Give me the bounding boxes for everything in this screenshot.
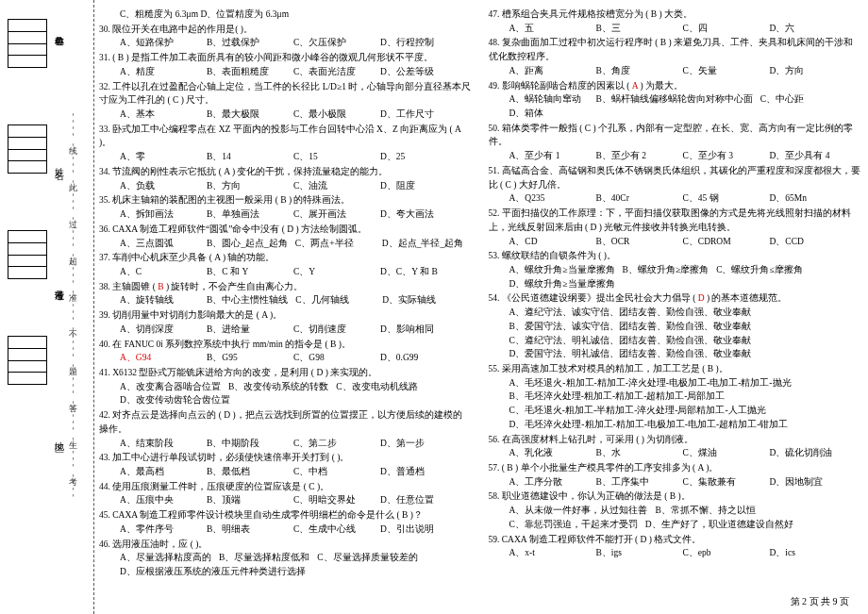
option: D、六 (770, 22, 857, 36)
question-options: A、Q235B、40CrC、45 钢D、65Mn (489, 191, 861, 206)
option: A、至少有 1 (509, 149, 596, 163)
option: C、epb (683, 546, 770, 560)
question-item: 40. 在 FANUC 0i 系列数控系统中执行 mm/min 的指令是 ( B… (99, 338, 472, 365)
option: C、中档 (293, 465, 380, 479)
option: D、C、Y 和 B (380, 265, 467, 279)
question-item: 46. 选用液压油时，应 ( )。A、尽量选择粘度高的B、尽量选择粘度低和C、尽… (99, 538, 472, 579)
question-options: A、负载B、方向C、油流D、阻度 (99, 179, 472, 193)
question-item: 34. 节流阀的刚性表示它抵抗 ( A ) 变化的干扰，保持流量稳定的能力。A、… (99, 165, 472, 192)
question-item: 33. 卧式加工中心编程零点在 XZ 平面内的投影与工作台回转中心沿 X、Z 向… (99, 123, 472, 164)
question-stem: 32. 工件以孔在过盈配合心轴上定位，当工件的长径比 L/D≥1 时，心轴导向部… (99, 80, 472, 108)
option: B、方向 (207, 179, 293, 193)
option: B、爱国守法、诚实守信、团结友善、勤俭自强、敬业奉献 (509, 320, 759, 334)
option: A、压痕中央 (120, 493, 207, 507)
option: A、改变离合器啮合位置 (120, 380, 228, 394)
question-options: A、五B、三C、四D、六 (489, 22, 861, 36)
option: D、公差等级 (380, 65, 467, 79)
side-box (8, 19, 47, 68)
question-stem: 49. 影响蜗轮副啮合精度的因素以 ( A ) 为最大。 (489, 79, 861, 93)
option: B、改变传动系统的转数 (228, 380, 336, 394)
option: A、精度 (120, 65, 207, 79)
option: D、引出说明 (380, 523, 467, 537)
question-options: A、螺纹升角≥当量摩擦角B、螺纹升角≥摩擦角C、螺纹升角≤摩擦角D、螺纹升角≥当… (489, 263, 861, 290)
option: B、最低档 (207, 465, 293, 479)
question-stem: 52. 平面扫描仪的工作原理：下，平面扫描仪获取图像的方式是先将光线照射扫描的材… (489, 207, 861, 234)
question-options: A、改变离合器啮合位置B、改变传动系统的转数C、改变电动机线路D、改变传动齿轮合… (99, 380, 472, 407)
side-info-boxes (8, 19, 51, 385)
option: D、第一步 (380, 437, 467, 451)
question-item: 57. ( B ) 单个小批量生产模具零件的工序安排多为 ( A )。A、工序分… (489, 461, 861, 489)
option: D、0.G99 (380, 351, 467, 365)
question-options: A、毛坯退火-粗加工-精加工-淬火处理-电极加工-电加工-精加工-抛光B、毛坯淬… (489, 376, 861, 432)
option: C、螺纹升角≤摩擦角 (716, 263, 810, 277)
question-item: 55. 采用高速加工技术对模具的精加工，加工工艺是 ( B )。A、毛坯退火-粗… (489, 362, 861, 432)
question-item: 37. 车削中心机床至少具备 ( A ) 轴的功能。A、CB、C 和 YC、YD… (99, 251, 472, 278)
question-stem: 42. 对齐点云是选择向点云的 ( D )，把点云选找到所置的位置摆正，以方便后… (99, 408, 472, 436)
option: B、中心主惯性轴线 (207, 293, 295, 307)
option: C、中心距 (760, 92, 847, 107)
question-item: 58. 职业道德建设中，你认为正确的做法是 ( B )。A、从未做一件好事，从过… (489, 490, 861, 531)
option: B、至少有 2 (596, 149, 683, 163)
question-options: A、精度B、表面粗糙度C、表面光洁度D、公差等级 (99, 65, 472, 79)
question-stem: 59. CAXA 制造工程师软件不能打开 ( D ) 格式文件。 (489, 533, 861, 547)
option: B、14 (207, 150, 293, 164)
option: A、Q235 (509, 191, 596, 206)
option: D、箱体 (509, 107, 596, 121)
question-item: 45. CAXA 制造工程师零件设计模块里自动生成零件明细栏的命令是什么 ( B… (99, 508, 472, 536)
question-stem: 47. 槽系组合夹具元件规格按槽宽分为 ( B ) 大类。 (489, 8, 861, 22)
option: B、蜗杆轴线偏移蜗轮齿向对称中心面 (596, 92, 760, 107)
option: D、65Mn (770, 191, 857, 206)
option: A、蜗轮轴向窜动 (509, 92, 596, 107)
option: A、乳化液 (509, 446, 596, 460)
question-stem: 56. 在高强度材料上钻孔时，可采用 ( ) 为切削液。 (489, 433, 861, 447)
question-stem: 46. 选用液压油时，应 ( )。 (99, 538, 472, 552)
option: C、明暗交界处 (293, 493, 380, 507)
option: C、几何轴线 (295, 293, 382, 307)
question-options: A、旋转轴线B、中心主惯性轴线C、几何轴线D、实际轴线 (99, 293, 472, 307)
question-item: 30. 限位开关在电路中起的作用是( )。A、短路保护B、过载保护C、欠压保护D… (99, 23, 472, 50)
option: A、短路保护 (120, 36, 207, 50)
option: A、负载 (120, 179, 207, 193)
option: C、最小极限 (293, 108, 380, 122)
question-options: A、至少有 1B、至少有 2C、至少有 3D、至少具有 4 (489, 149, 861, 163)
question-item: 41. X6132 型卧式万能铣床进给方向的改变，是利用 ( D ) 来实现的。… (99, 366, 472, 407)
option: D、任意位置 (380, 493, 467, 507)
question-options: A、压痕中央B、顶端C、明暗交界处D、任意位置 (99, 493, 472, 507)
option: A、五 (509, 22, 596, 36)
option: B、40Cr (596, 191, 683, 206)
option: C、靠惩罚强迫，干起来才受罚 (509, 518, 645, 532)
option: D、毛坯淬火处理-粗加工-精加工-电极加工-电加工-超精加工-钳加工 (509, 418, 796, 432)
question-stem: 35. 机床主轴箱的装配图的主视图一般采用 ( B ) 的特殊画法。 (99, 193, 472, 207)
option: C、两点+半径 (295, 237, 382, 251)
option: C、油流 (293, 179, 380, 193)
option: B、毛坯淬火处理-粗加工-精加工-超精加工-局部加工 (509, 390, 733, 404)
option: A、从未做一件好事，从过知往善 (509, 504, 656, 518)
question-options: A、距离B、角度C、矢量D、方向 (489, 64, 861, 78)
option: A、旋转轴线 (120, 293, 207, 307)
question-options: A、蜗轮轴向窜动B、蜗杆轴线偏移蜗轮齿向对称中心面C、中心距D、箱体 (489, 92, 861, 120)
option: D、实际轴线 (382, 293, 469, 307)
question-options: A、切削深度B、进给量C、切削速度D、影响相同 (99, 323, 472, 337)
question-stem: 55. 采用高速加工技术对模具的精加工，加工工艺是 ( B )。 (489, 362, 861, 376)
option: B、尽量选择粘度低和 (219, 551, 317, 565)
option: A、CD (509, 235, 596, 249)
option: B、G95 (207, 351, 293, 365)
option: A、工序分散 (509, 475, 596, 490)
option: C、改变电动机线路 (336, 380, 425, 394)
option: D、阻度 (380, 179, 467, 193)
option: D、生产好了，职业道德建设自然好 (645, 518, 801, 532)
option: B、水 (596, 446, 683, 460)
side-box (8, 124, 47, 174)
option: D、行程控制 (380, 36, 467, 50)
question-stem: 45. CAXA 制造工程师零件设计模块里自动生成零件明细栏的命令是什么 ( B… (99, 508, 472, 523)
question-item: 38. 主轴圆锥 ( B ) 旋转时，不会产生自由离心力。A、旋转轴线B、中心主… (99, 280, 472, 307)
option: A、尽量选择粘度高的 (120, 551, 219, 565)
question-options: A、CDB、OCRC、CDROMD、CCD (489, 235, 861, 249)
option: C、至少有 3 (683, 149, 770, 163)
option: A、三点圆弧 (120, 237, 207, 251)
question-item: 50. 箱体类零件一般指 ( C ) 个孔系，内部有一定型腔，在长、宽、高方向有… (489, 122, 861, 163)
option: C、欠压保护 (293, 36, 380, 50)
question-stem: 41. X6132 型卧式万能铣床进给方向的改变，是利用 ( D ) 来实现的。 (99, 366, 472, 380)
question-item: 47. 槽系组合夹具元件规格按槽宽分为 ( B ) 大类。A、五B、三C、四D、… (489, 8, 861, 35)
question-item: 32. 工件以孔在过盈配合心轴上定位，当工件的长径比 L/D≥1 时，心轴导向部… (99, 80, 472, 122)
